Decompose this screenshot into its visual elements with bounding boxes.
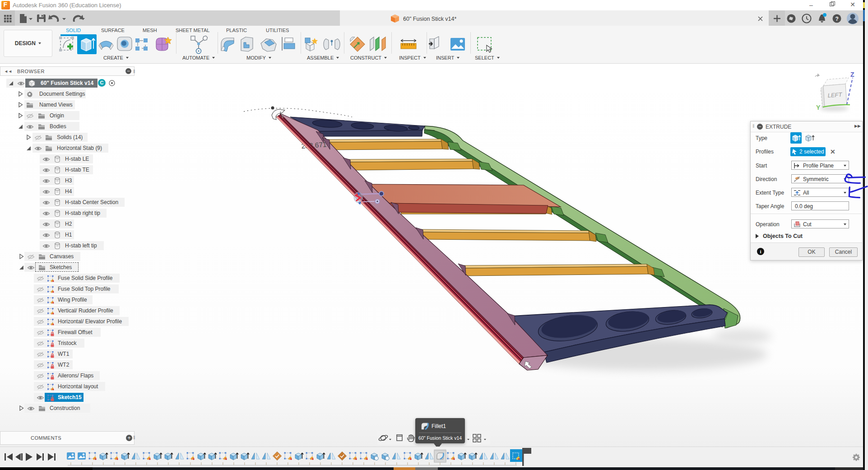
svg-text:?: ? bbox=[836, 16, 839, 22]
svg-text:LEFT: LEFT bbox=[827, 91, 843, 99]
svg-text:Y: Y bbox=[816, 104, 821, 111]
svg-text:Z: Z bbox=[850, 71, 854, 78]
svg-text:60" Fusion Stick v14*: 60" Fusion Stick v14* bbox=[403, 16, 457, 22]
